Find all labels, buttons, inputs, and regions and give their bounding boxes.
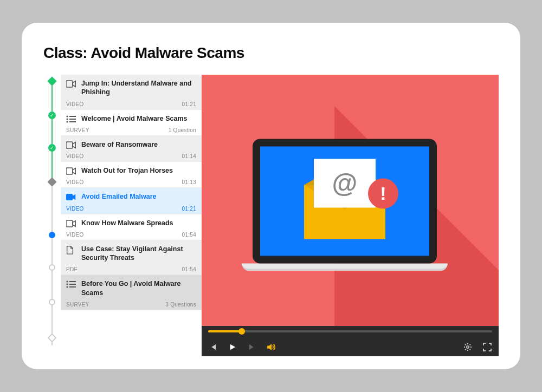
video-icon [66, 141, 76, 149]
svg-point-13 [66, 284, 68, 285]
video-icon [66, 167, 76, 175]
page-title: Class: Avoid Malware Scams [43, 44, 499, 62]
timeline-node-pending-2 [49, 299, 55, 305]
timeline-node-start [48, 77, 57, 86]
lesson-item[interactable]: Before You Go | Avoid Malware Scams SURV… [61, 275, 202, 310]
svg-rect-10 [66, 220, 73, 227]
lesson-question-count: 1 Question [169, 127, 196, 133]
lesson-duration: 01:21 [182, 206, 196, 212]
exclamation-symbol: ! [380, 183, 386, 204]
lesson-title: Watch Out for Trojan Horses [81, 166, 173, 175]
timeline-node-current-section [48, 178, 57, 187]
lesson-title: Jump In: Understand Malware and Phishing [81, 79, 196, 97]
svg-rect-9 [66, 194, 73, 200]
lesson-type: VIDEO [66, 232, 84, 238]
settings-button[interactable] [463, 342, 473, 352]
laptop-base [242, 263, 448, 271]
list-icon [66, 280, 76, 288]
lesson-item[interactable]: Jump In: Understand Malware and Phishing… [61, 75, 202, 110]
course-card: Class: Avoid Malware Scams ✓ ✓ Jump In: [22, 23, 520, 369]
svg-rect-14 [69, 284, 76, 285]
progress-thumb[interactable] [238, 328, 245, 335]
lesson-item-active[interactable]: Avoid Emailed Malware VIDEO 01:21 [61, 188, 202, 214]
lesson-title: Use Case: Stay Vigilant Against Security… [81, 245, 196, 263]
svg-rect-7 [66, 142, 73, 148]
envelope-icon: @ ! [304, 185, 385, 239]
lesson-type: VIDEO [66, 179, 84, 185]
lesson-duration: 01:21 [182, 101, 196, 107]
lesson-title: Know How Malware Spreads [81, 219, 173, 227]
video-icon [66, 193, 76, 201]
video-icon [66, 80, 76, 88]
fullscreen-button[interactable] [482, 342, 492, 352]
content-row: ✓ ✓ Jump In: Understand Malware and Phis… [43, 75, 499, 356]
lesson-title: Beware of Ransomware [81, 140, 158, 149]
svg-rect-12 [69, 281, 76, 282]
svg-point-5 [66, 121, 68, 122]
svg-rect-0 [66, 81, 73, 87]
lesson-item[interactable]: Welcome | Avoid Malware Scams SURVEY 1 Q… [61, 110, 202, 136]
lesson-title: Welcome | Avoid Malware Scams [81, 114, 187, 123]
svg-rect-4 [69, 119, 76, 120]
lesson-duration: 01:14 [182, 153, 196, 159]
lesson-type: VIDEO [66, 153, 84, 159]
previous-button[interactable] [208, 342, 218, 352]
lesson-type: SURVEY [66, 127, 89, 133]
video-player-area: @ ! [202, 75, 499, 356]
svg-rect-2 [69, 116, 76, 117]
laptop-illustration: @ ! [253, 139, 448, 271]
at-symbol: @ [332, 168, 358, 198]
video-icon [66, 220, 76, 227]
timeline-progress [51, 80, 53, 181]
svg-point-3 [66, 118, 68, 120]
volume-button[interactable] [267, 342, 276, 352]
laptop-screen: @ ! [253, 139, 437, 263]
svg-point-11 [66, 281, 68, 283]
svg-rect-16 [69, 286, 76, 288]
alert-badge-icon: ! [368, 178, 398, 208]
lesson-item[interactable]: Beware of Ransomware VIDEO 01:14 [61, 136, 202, 162]
lesson-duration: 01:54 [182, 266, 196, 272]
lesson-type: PDF [66, 266, 78, 272]
laptop-display: @ ! [260, 146, 429, 256]
timeline-node-check-2: ✓ [48, 144, 56, 152]
lesson-item[interactable]: Know How Malware Spreads VIDEO 01:54 [61, 214, 202, 240]
lesson-item[interactable]: Watch Out for Trojan Horses VIDEO 01:13 [61, 162, 202, 188]
play-button[interactable] [228, 342, 237, 352]
lesson-type: VIDEO [66, 206, 84, 212]
progress-timeline: ✓ ✓ [43, 75, 61, 356]
lesson-title: Avoid Emailed Malware [81, 192, 156, 201]
svg-rect-8 [66, 168, 73, 174]
timeline-node-check-1: ✓ [48, 112, 56, 119]
list-icon [66, 115, 76, 123]
progress-track[interactable] [208, 330, 492, 332]
next-button[interactable] [247, 342, 257, 352]
document-icon [66, 246, 76, 253]
timeline-node-pending-1 [49, 264, 55, 271]
svg-point-15 [66, 286, 68, 288]
svg-rect-6 [69, 121, 76, 122]
lesson-item[interactable]: Use Case: Stay Vigilant Against Security… [61, 240, 202, 276]
lesson-duration: 01:13 [182, 179, 196, 185]
svg-point-1 [66, 115, 68, 117]
lesson-type: VIDEO [66, 101, 84, 107]
timeline-node-end [48, 334, 57, 343]
email-letter: @ [314, 159, 376, 207]
svg-point-17 [467, 346, 469, 348]
lesson-type: SURVEY [66, 302, 89, 308]
video-controls-bar [202, 326, 499, 356]
lesson-question-count: 3 Questions [165, 302, 196, 308]
lesson-duration: 01:54 [182, 232, 196, 238]
lesson-title: Before You Go | Avoid Malware Scams [81, 279, 196, 297]
lessons-list: Jump In: Understand Malware and Phishing… [61, 75, 202, 356]
progress-fill [208, 330, 241, 332]
timeline-node-active [49, 232, 55, 238]
